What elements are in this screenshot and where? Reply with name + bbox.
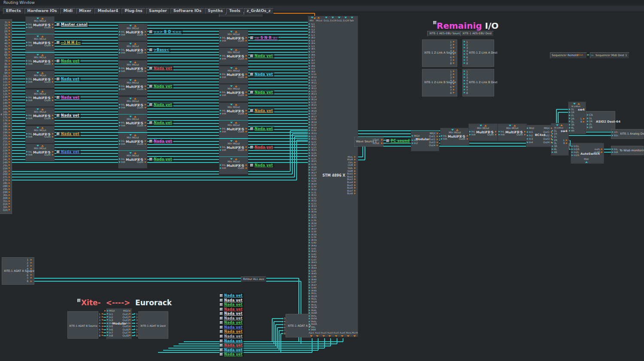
port-arrow[interactable] (527, 141, 529, 143)
port-arrow[interactable] (464, 50, 465, 52)
port-arrow[interactable] (52, 133, 54, 135)
port-arrow[interactable] (9, 33, 10, 35)
label-chip[interactable]: Nada yet (149, 139, 173, 144)
port-arrow[interactable] (9, 93, 10, 94)
port-arrow[interactable] (246, 128, 247, 129)
port-arrow[interactable] (119, 122, 121, 123)
port-arrow[interactable] (309, 307, 310, 308)
port-arrow[interactable] (467, 135, 468, 137)
port-arrow[interactable] (26, 24, 28, 25)
port-arrow[interactable] (9, 158, 10, 160)
port-arrow[interactable] (569, 124, 571, 126)
port-arrow[interactable] (119, 67, 121, 69)
port-arrow[interactable] (309, 107, 310, 109)
port-arrow[interactable] (145, 31, 146, 33)
port-arrow[interactable] (309, 256, 310, 258)
port-arrow[interactable] (552, 142, 553, 144)
port-arrow[interactable] (464, 47, 465, 48)
port-arrow[interactable] (309, 276, 310, 277)
port-arrow[interactable] (129, 319, 131, 321)
port-arrow[interactable] (354, 190, 356, 192)
port-arrow[interactable] (26, 60, 28, 62)
port-arrow[interactable] (569, 114, 571, 116)
port-arrow[interactable] (453, 47, 455, 48)
port-arrow[interactable] (246, 37, 247, 39)
port-arrow[interactable] (309, 166, 310, 168)
port-arrow[interactable] (354, 156, 356, 158)
port-arrow[interactable] (453, 76, 455, 78)
port-arrow[interactable] (464, 53, 465, 55)
port-arrow[interactable] (588, 54, 589, 56)
aes-ebu-source-button[interactable]: XITE-1 AES-EBU Source (427, 31, 464, 36)
port-arrow[interactable] (9, 60, 10, 62)
port-arrow[interactable] (309, 281, 310, 283)
port-arrow[interactable] (9, 209, 10, 211)
port-arrow[interactable] (309, 231, 310, 232)
port-arrow[interactable] (107, 316, 109, 318)
port-arrow[interactable] (129, 316, 131, 318)
port-arrow[interactable] (566, 142, 568, 144)
label-chip[interactable]: Nada yet (56, 150, 81, 154)
port-arrow[interactable] (381, 142, 383, 144)
port-arrow[interactable] (453, 89, 455, 90)
port-arrow[interactable] (9, 176, 10, 178)
port-arrow[interactable] (220, 37, 222, 39)
port-arrow[interactable] (309, 273, 310, 274)
port-arrow[interactable] (309, 248, 310, 250)
port-arrow[interactable] (464, 83, 465, 84)
port-arrow[interactable] (107, 331, 109, 333)
port-arrow[interactable] (309, 29, 310, 30)
port-arrow[interactable] (9, 170, 10, 172)
port-arrow[interactable] (309, 287, 310, 289)
port-arrow[interactable] (102, 334, 103, 336)
port-arrow[interactable] (119, 140, 121, 142)
port-arrow[interactable] (9, 138, 10, 139)
port-arrow[interactable] (134, 322, 136, 324)
port-arrow[interactable] (464, 41, 465, 42)
port-arrow[interactable] (453, 62, 455, 64)
port-arrow[interactable] (119, 70, 121, 72)
port-arrow[interactable] (26, 27, 28, 28)
port-arrow[interactable] (309, 295, 310, 297)
port-arrow[interactable] (129, 322, 131, 324)
port-arrow[interactable] (220, 113, 222, 114)
port-arrow[interactable] (309, 270, 310, 272)
port-arrow[interactable] (26, 117, 28, 119)
port-arrow[interactable] (145, 140, 146, 142)
port-arrow[interactable] (464, 76, 465, 78)
port-arrow[interactable] (612, 135, 614, 136)
port-arrow[interactable] (453, 41, 455, 42)
port-arrow[interactable] (26, 114, 28, 116)
port-arrow[interactable] (107, 325, 109, 327)
port-arrow[interactable] (52, 60, 54, 62)
port-arrow[interactable] (119, 125, 121, 126)
port-arrow[interactable] (145, 49, 146, 51)
port-arrow[interactable] (309, 135, 310, 137)
port-arrow[interactable] (552, 148, 553, 150)
port-arrow[interactable] (309, 304, 310, 306)
port-arrow[interactable] (527, 131, 529, 133)
port-arrow[interactable] (9, 155, 10, 157)
port-arrow[interactable] (309, 223, 310, 224)
port-arrow[interactable] (354, 167, 356, 169)
port-arrow[interactable] (309, 158, 310, 159)
menu-item-modular4[interactable]: Modular4 (94, 8, 121, 14)
port-arrow[interactable] (9, 188, 10, 190)
port-arrow[interactable] (9, 111, 10, 112)
port-arrow[interactable] (9, 191, 10, 193)
port-arrow[interactable] (437, 138, 438, 140)
port-arrow[interactable] (9, 72, 10, 74)
port-arrow[interactable] (220, 55, 222, 57)
port-arrow[interactable] (309, 186, 310, 187)
port-arrow[interactable] (9, 84, 10, 85)
port-arrow[interactable] (309, 259, 310, 261)
port-arrow[interactable] (571, 151, 573, 153)
aes-ebu-dest-button[interactable]: XITE-1 AES-EBU Dest (460, 31, 494, 36)
port-arrow[interactable] (309, 96, 310, 98)
port-arrow[interactable] (119, 85, 121, 87)
port-arrow[interactable] (354, 173, 356, 174)
port-arrow[interactable] (26, 45, 28, 46)
label-chip[interactable]: Nada yet (149, 102, 173, 107)
port-arrow[interactable] (220, 149, 222, 151)
port-arrow[interactable] (145, 52, 146, 54)
